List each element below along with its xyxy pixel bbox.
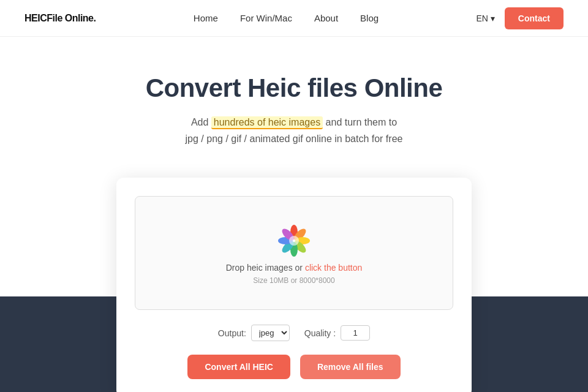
nav-blog[interactable]: Blog (360, 13, 379, 23)
output-select[interactable]: jpeg png gif (251, 325, 290, 341)
click-button-link[interactable]: click the button (305, 263, 362, 273)
remove-all-button[interactable]: Remove All files (300, 355, 401, 379)
drop-text: Drop heic images or click the button (226, 263, 363, 273)
nav-about[interactable]: About (314, 13, 338, 23)
nav-links: Home For Win/Mac About Blog (194, 13, 379, 23)
quality-label: Quality : (304, 328, 336, 338)
contact-button[interactable]: Contact (505, 7, 564, 29)
hero-section: Convert Heic files Online Add hundreds o… (0, 37, 588, 159)
options-row: Output: jpeg png gif Quality : (135, 325, 453, 341)
nav-for-win-mac[interactable]: For Win/Mac (240, 13, 292, 23)
svg-point-8 (289, 236, 299, 246)
nav-right: EN ▾ Contact (477, 7, 564, 29)
navigation: HEICFile Online. Home For Win/Mac About … (0, 0, 588, 37)
quality-group: Quality : (304, 325, 370, 341)
output-group: Output: jpeg png gif (218, 325, 290, 341)
drop-subtext: Size 10MB or 8000*8000 (253, 276, 334, 285)
heic-icon (274, 221, 314, 263)
hero-subtitle: Add hundreds of heic images and turn the… (12, 114, 576, 147)
language-selector[interactable]: EN ▾ (477, 13, 495, 23)
converter-card: Drop heic images or click the button Siz… (116, 178, 472, 392)
drop-zone[interactable]: Drop heic images or click the button Siz… (135, 196, 453, 310)
quality-input[interactable] (341, 325, 370, 341)
nav-home[interactable]: Home (194, 13, 218, 23)
page-title: Convert Heic files Online (12, 74, 576, 103)
converter-section: Drop heic images or click the button Siz… (0, 159, 588, 392)
logo: HEICFile Online. (24, 13, 96, 24)
convert-all-button[interactable]: Convert All HEIC (187, 355, 290, 379)
buttons-row: Convert All HEIC Remove All files (135, 355, 453, 379)
output-label: Output: (218, 328, 246, 338)
